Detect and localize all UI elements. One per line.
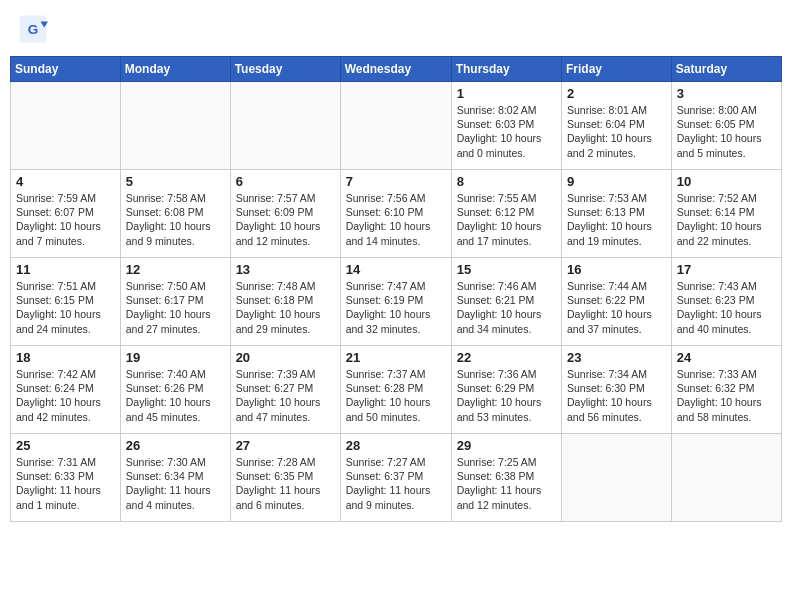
calendar-cell: 22Sunrise: 7:36 AMSunset: 6:29 PMDayligh… bbox=[451, 346, 561, 434]
day-number: 29 bbox=[457, 438, 556, 453]
day-number: 13 bbox=[236, 262, 335, 277]
day-info: Sunrise: 8:01 AMSunset: 6:04 PMDaylight:… bbox=[567, 103, 666, 160]
day-number: 20 bbox=[236, 350, 335, 365]
day-info: Sunrise: 7:47 AMSunset: 6:19 PMDaylight:… bbox=[346, 279, 446, 336]
calendar-cell: 13Sunrise: 7:48 AMSunset: 6:18 PMDayligh… bbox=[230, 258, 340, 346]
day-info: Sunrise: 7:56 AMSunset: 6:10 PMDaylight:… bbox=[346, 191, 446, 248]
day-info: Sunrise: 7:44 AMSunset: 6:22 PMDaylight:… bbox=[567, 279, 666, 336]
day-number: 14 bbox=[346, 262, 446, 277]
day-number: 1 bbox=[457, 86, 556, 101]
day-info: Sunrise: 7:39 AMSunset: 6:27 PMDaylight:… bbox=[236, 367, 335, 424]
weekday-header-monday: Monday bbox=[120, 57, 230, 82]
day-info: Sunrise: 8:00 AMSunset: 6:05 PMDaylight:… bbox=[677, 103, 776, 160]
day-number: 6 bbox=[236, 174, 335, 189]
calendar-cell: 7Sunrise: 7:56 AMSunset: 6:10 PMDaylight… bbox=[340, 170, 451, 258]
day-info: Sunrise: 7:30 AMSunset: 6:34 PMDaylight:… bbox=[126, 455, 225, 512]
calendar-cell: 16Sunrise: 7:44 AMSunset: 6:22 PMDayligh… bbox=[562, 258, 672, 346]
weekday-header-row: SundayMondayTuesdayWednesdayThursdayFrid… bbox=[11, 57, 782, 82]
calendar-cell: 8Sunrise: 7:55 AMSunset: 6:12 PMDaylight… bbox=[451, 170, 561, 258]
day-number: 18 bbox=[16, 350, 115, 365]
calendar-cell bbox=[230, 82, 340, 170]
header: G bbox=[10, 10, 782, 48]
calendar-cell: 10Sunrise: 7:52 AMSunset: 6:14 PMDayligh… bbox=[671, 170, 781, 258]
day-info: Sunrise: 7:43 AMSunset: 6:23 PMDaylight:… bbox=[677, 279, 776, 336]
day-info: Sunrise: 7:59 AMSunset: 6:07 PMDaylight:… bbox=[16, 191, 115, 248]
calendar-cell: 12Sunrise: 7:50 AMSunset: 6:17 PMDayligh… bbox=[120, 258, 230, 346]
day-info: Sunrise: 7:34 AMSunset: 6:30 PMDaylight:… bbox=[567, 367, 666, 424]
calendar-cell: 4Sunrise: 7:59 AMSunset: 6:07 PMDaylight… bbox=[11, 170, 121, 258]
calendar-cell: 26Sunrise: 7:30 AMSunset: 6:34 PMDayligh… bbox=[120, 434, 230, 522]
day-info: Sunrise: 7:57 AMSunset: 6:09 PMDaylight:… bbox=[236, 191, 335, 248]
calendar-cell bbox=[562, 434, 672, 522]
calendar-cell: 25Sunrise: 7:31 AMSunset: 6:33 PMDayligh… bbox=[11, 434, 121, 522]
day-number: 28 bbox=[346, 438, 446, 453]
calendar-cell: 5Sunrise: 7:58 AMSunset: 6:08 PMDaylight… bbox=[120, 170, 230, 258]
calendar-cell: 14Sunrise: 7:47 AMSunset: 6:19 PMDayligh… bbox=[340, 258, 451, 346]
day-info: Sunrise: 7:51 AMSunset: 6:15 PMDaylight:… bbox=[16, 279, 115, 336]
calendar-cell bbox=[340, 82, 451, 170]
calendar-cell: 29Sunrise: 7:25 AMSunset: 6:38 PMDayligh… bbox=[451, 434, 561, 522]
calendar-week-row: 18Sunrise: 7:42 AMSunset: 6:24 PMDayligh… bbox=[11, 346, 782, 434]
day-number: 9 bbox=[567, 174, 666, 189]
weekday-header-friday: Friday bbox=[562, 57, 672, 82]
calendar-cell: 27Sunrise: 7:28 AMSunset: 6:35 PMDayligh… bbox=[230, 434, 340, 522]
day-number: 16 bbox=[567, 262, 666, 277]
weekday-header-wednesday: Wednesday bbox=[340, 57, 451, 82]
weekday-header-tuesday: Tuesday bbox=[230, 57, 340, 82]
day-number: 25 bbox=[16, 438, 115, 453]
day-number: 5 bbox=[126, 174, 225, 189]
svg-text:G: G bbox=[28, 22, 39, 37]
day-number: 2 bbox=[567, 86, 666, 101]
day-info: Sunrise: 7:27 AMSunset: 6:37 PMDaylight:… bbox=[346, 455, 446, 512]
calendar-cell: 17Sunrise: 7:43 AMSunset: 6:23 PMDayligh… bbox=[671, 258, 781, 346]
weekday-header-saturday: Saturday bbox=[671, 57, 781, 82]
calendar-cell: 3Sunrise: 8:00 AMSunset: 6:05 PMDaylight… bbox=[671, 82, 781, 170]
day-number: 8 bbox=[457, 174, 556, 189]
calendar-cell: 23Sunrise: 7:34 AMSunset: 6:30 PMDayligh… bbox=[562, 346, 672, 434]
day-info: Sunrise: 7:52 AMSunset: 6:14 PMDaylight:… bbox=[677, 191, 776, 248]
day-number: 24 bbox=[677, 350, 776, 365]
day-info: Sunrise: 7:40 AMSunset: 6:26 PMDaylight:… bbox=[126, 367, 225, 424]
day-info: Sunrise: 7:36 AMSunset: 6:29 PMDaylight:… bbox=[457, 367, 556, 424]
calendar-week-row: 1Sunrise: 8:02 AMSunset: 6:03 PMDaylight… bbox=[11, 82, 782, 170]
day-info: Sunrise: 7:42 AMSunset: 6:24 PMDaylight:… bbox=[16, 367, 115, 424]
calendar-cell bbox=[11, 82, 121, 170]
weekday-header-thursday: Thursday bbox=[451, 57, 561, 82]
day-info: Sunrise: 7:50 AMSunset: 6:17 PMDaylight:… bbox=[126, 279, 225, 336]
calendar-cell bbox=[671, 434, 781, 522]
calendar-cell: 1Sunrise: 8:02 AMSunset: 6:03 PMDaylight… bbox=[451, 82, 561, 170]
day-number: 21 bbox=[346, 350, 446, 365]
day-number: 11 bbox=[16, 262, 115, 277]
calendar-cell: 24Sunrise: 7:33 AMSunset: 6:32 PMDayligh… bbox=[671, 346, 781, 434]
day-number: 7 bbox=[346, 174, 446, 189]
calendar-cell: 19Sunrise: 7:40 AMSunset: 6:26 PMDayligh… bbox=[120, 346, 230, 434]
day-info: Sunrise: 7:53 AMSunset: 6:13 PMDaylight:… bbox=[567, 191, 666, 248]
day-info: Sunrise: 7:25 AMSunset: 6:38 PMDaylight:… bbox=[457, 455, 556, 512]
day-info: Sunrise: 7:28 AMSunset: 6:35 PMDaylight:… bbox=[236, 455, 335, 512]
day-info: Sunrise: 7:33 AMSunset: 6:32 PMDaylight:… bbox=[677, 367, 776, 424]
calendar-cell: 11Sunrise: 7:51 AMSunset: 6:15 PMDayligh… bbox=[11, 258, 121, 346]
day-number: 23 bbox=[567, 350, 666, 365]
logo-icon: G bbox=[18, 14, 48, 44]
day-info: Sunrise: 7:58 AMSunset: 6:08 PMDaylight:… bbox=[126, 191, 225, 248]
calendar-cell: 28Sunrise: 7:27 AMSunset: 6:37 PMDayligh… bbox=[340, 434, 451, 522]
day-info: Sunrise: 7:55 AMSunset: 6:12 PMDaylight:… bbox=[457, 191, 556, 248]
weekday-header-sunday: Sunday bbox=[11, 57, 121, 82]
day-info: Sunrise: 7:37 AMSunset: 6:28 PMDaylight:… bbox=[346, 367, 446, 424]
calendar-cell: 15Sunrise: 7:46 AMSunset: 6:21 PMDayligh… bbox=[451, 258, 561, 346]
day-number: 27 bbox=[236, 438, 335, 453]
calendar-table: SundayMondayTuesdayWednesdayThursdayFrid… bbox=[10, 56, 782, 522]
calendar-cell: 21Sunrise: 7:37 AMSunset: 6:28 PMDayligh… bbox=[340, 346, 451, 434]
calendar-cell: 9Sunrise: 7:53 AMSunset: 6:13 PMDaylight… bbox=[562, 170, 672, 258]
calendar-cell bbox=[120, 82, 230, 170]
day-number: 19 bbox=[126, 350, 225, 365]
day-info: Sunrise: 8:02 AMSunset: 6:03 PMDaylight:… bbox=[457, 103, 556, 160]
day-number: 4 bbox=[16, 174, 115, 189]
logo: G bbox=[18, 14, 52, 44]
day-number: 22 bbox=[457, 350, 556, 365]
calendar-week-row: 4Sunrise: 7:59 AMSunset: 6:07 PMDaylight… bbox=[11, 170, 782, 258]
calendar-cell: 2Sunrise: 8:01 AMSunset: 6:04 PMDaylight… bbox=[562, 82, 672, 170]
day-number: 12 bbox=[126, 262, 225, 277]
day-number: 17 bbox=[677, 262, 776, 277]
calendar-cell: 20Sunrise: 7:39 AMSunset: 6:27 PMDayligh… bbox=[230, 346, 340, 434]
